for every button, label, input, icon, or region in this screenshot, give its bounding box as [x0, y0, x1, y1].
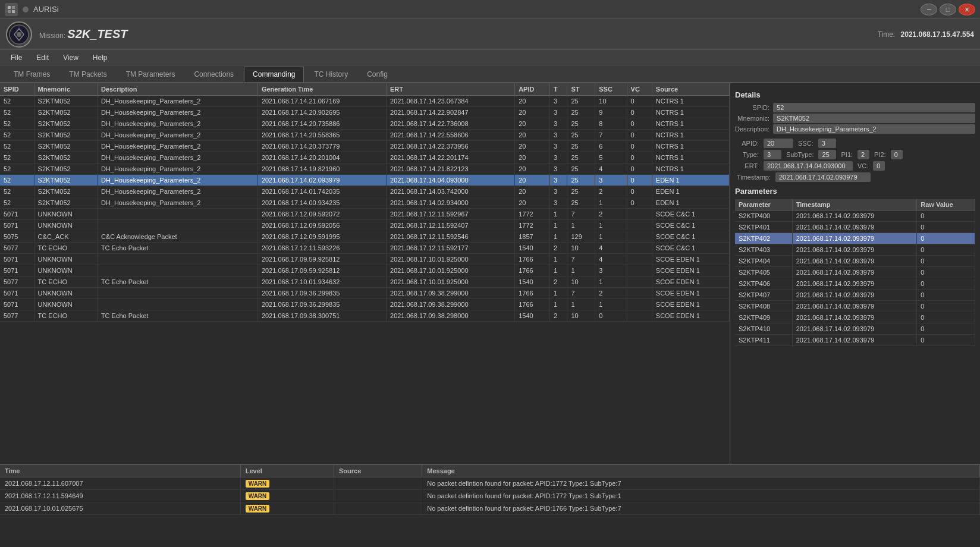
table-cell: 0 — [627, 197, 652, 209]
table-cell: 1 — [595, 231, 627, 243]
menu-file[interactable]: File — [5, 52, 28, 64]
table-cell: 25 — [567, 152, 595, 164]
list-item[interactable]: S2KTP4072021.068.17.14.02.0939790 — [735, 290, 975, 301]
menu-edit[interactable]: Edit — [30, 52, 55, 64]
list-item[interactable]: S2KTP4112021.068.17.14.02.0939790 — [735, 335, 975, 346]
list-item[interactable]: S2KTP4012021.068.17.14.02.0939790 — [735, 222, 975, 233]
table-row[interactable]: 52S2KTM052DH_Housekeeping_Parameters_220… — [0, 197, 730, 209]
table-row[interactable]: 5071UNKNOWN2021.068.17.09.59.9258122021.… — [0, 254, 730, 265]
table-row[interactable]: 5077TC ECHOTC Echo Packet2021.068.17.09.… — [0, 310, 730, 322]
close-button[interactable]: × — [959, 4, 975, 15]
list-item[interactable]: S2KTP4082021.068.17.14.02.0939790 — [735, 301, 975, 312]
table-cell: 25 — [567, 186, 595, 197]
table-cell: 4 — [595, 164, 627, 175]
list-item[interactable]: S2KTP4092021.068.17.14.02.0939790 — [735, 312, 975, 323]
col-spid: SPID — [0, 83, 34, 96]
table-cell: 2021.068.17.14.20.735886 — [257, 118, 386, 130]
table-cell: 5071 — [0, 254, 34, 265]
packet-table-scroll[interactable]: SPID Mnemonic Description Generation Tim… — [0, 83, 730, 322]
list-item[interactable]: S2KTP4042021.068.17.14.02.0939790 — [735, 256, 975, 267]
log-row: 2021.068.17.12.11.594649WARNNo packet de… — [0, 490, 980, 502]
table-cell: SCOE EDEN 1 — [652, 254, 729, 265]
tab-config[interactable]: Config — [358, 67, 397, 82]
table-cell: 0 — [627, 130, 652, 141]
details-ert-row: ERT: 2021.068.17.14.04.093000 VC: 0 — [735, 161, 975, 171]
table-cell — [627, 276, 652, 288]
table-row[interactable]: 52S2KTM052DH_Housekeeping_Parameters_220… — [0, 141, 730, 152]
table-cell: NCTRS 1 — [652, 141, 729, 152]
table-cell: 1 — [567, 265, 595, 276]
table-cell: 2021.068.17.14.22.558606 — [387, 130, 515, 141]
table-cell: S2KTM052 — [34, 118, 97, 130]
table-row[interactable]: 5071UNKNOWN2021.068.17.12.09.5920562021.… — [0, 220, 730, 231]
table-cell: EDEN 1 — [652, 197, 729, 209]
minimize-button[interactable]: − — [921, 4, 937, 15]
table-cell: 2021.068.17.10.01.925000 — [387, 265, 515, 276]
description-value: DH_Housekeeping_Parameters_2 — [773, 124, 975, 134]
list-item[interactable]: S2KTP4062021.068.17.14.02.0939790 — [735, 278, 975, 290]
svg-rect-3 — [12, 10, 15, 13]
table-cell: TC Echo Packet — [97, 310, 257, 322]
tab-tm-packets[interactable]: TM Packets — [60, 67, 115, 82]
table-cell: S2KTM052 — [34, 175, 97, 186]
table-cell: TC ECHO — [34, 310, 97, 322]
table-row[interactable]: 5077TC ECHOTC Echo Packet2021.068.17.12.… — [0, 243, 730, 254]
table-row[interactable]: 52S2KTM052DH_Housekeeping_Parameters_220… — [0, 107, 730, 118]
table-row[interactable]: 5075C&C_ACKC&C Acknowledge Packet2021.06… — [0, 231, 730, 243]
tab-connections[interactable]: Connections — [185, 67, 243, 82]
table-cell: 2021.068.17.12.11.593226 — [257, 243, 386, 254]
pi2-value: 0 — [891, 150, 903, 159]
menu-help[interactable]: Help — [87, 52, 114, 64]
table-cell: 2021.068.17.10.01.925000 — [387, 254, 515, 265]
param-cell: S2KTP411 — [735, 335, 792, 346]
table-cell: 4 — [595, 243, 627, 254]
list-item[interactable]: S2KTP4002021.068.17.14.02.0939790 — [735, 210, 975, 222]
params-table-container[interactable]: Parameter Timestamp Raw Value S2KTP40020… — [735, 199, 975, 346]
table-row[interactable]: 5071UNKNOWN2021.068.17.09.36.2998352021.… — [0, 288, 730, 299]
table-cell: 25 — [567, 107, 595, 118]
details-timestamp-row: Timestamp: 2021.068.17.14.02.093979 — [735, 172, 975, 182]
list-item[interactable]: S2KTP4022021.068.17.14.02.0939790 — [735, 233, 975, 244]
mission-name: S2K_TEST — [67, 27, 127, 40]
tab-tc-history[interactable]: TC History — [305, 67, 357, 82]
table-row[interactable]: 5077TC ECHOTC Echo Packet2021.068.17.10.… — [0, 276, 730, 288]
maximize-button[interactable]: □ — [940, 4, 956, 15]
log-level: WARN — [240, 490, 334, 502]
table-row[interactable]: 52S2KTM052DH_Housekeeping_Parameters_220… — [0, 96, 730, 107]
tab-tm-parameters[interactable]: TM Parameters — [117, 67, 184, 82]
table-cell: 1 — [595, 276, 627, 288]
table-cell: 3 — [595, 175, 627, 186]
table-cell: 1 — [549, 265, 567, 276]
list-item[interactable]: S2KTP4052021.068.17.14.02.0939790 — [735, 267, 975, 278]
table-row[interactable]: 52S2KTM052DH_Housekeeping_Parameters_220… — [0, 130, 730, 141]
table-cell: 5071 — [0, 299, 34, 310]
app-icon — [5, 3, 18, 16]
param-cell: 0 — [917, 278, 975, 290]
titlebar-left: AURISi — [5, 3, 59, 16]
svg-rect-0 — [8, 6, 11, 9]
table-cell: 1766 — [515, 299, 550, 310]
table-row[interactable]: 52S2KTM052DH_Housekeeping_Parameters_220… — [0, 152, 730, 164]
list-item[interactable]: S2KTP4032021.068.17.14.02.0939790 — [735, 244, 975, 256]
table-row[interactable]: 5071UNKNOWN2021.068.17.09.59.9258122021.… — [0, 265, 730, 276]
table-cell: 1 — [567, 220, 595, 231]
table-cell: NCTRS 1 — [652, 152, 729, 164]
table-cell: 2021.068.17.12.11.592177 — [387, 243, 515, 254]
tab-commanding[interactable]: Commanding — [244, 67, 304, 82]
table-cell: 25 — [567, 164, 595, 175]
list-item[interactable]: S2KTP4102021.068.17.14.02.0939790 — [735, 323, 975, 335]
table-row[interactable]: 52S2KTM052DH_Housekeeping_Parameters_220… — [0, 175, 730, 186]
table-cell — [97, 209, 257, 220]
table-row[interactable]: 5071UNKNOWN2021.068.17.09.36.2998352021.… — [0, 299, 730, 310]
menu-bar: File Edit View Help — [0, 50, 980, 65]
tab-tm-frames[interactable]: TM Frames — [5, 67, 59, 82]
warn-badge: WARN — [246, 492, 270, 500]
table-row[interactable]: 52S2KTM052DH_Housekeeping_Parameters_220… — [0, 186, 730, 197]
table-row[interactable]: 5071UNKNOWN2021.068.17.12.09.5920722021.… — [0, 209, 730, 220]
table-row[interactable]: 52S2KTM052DH_Housekeeping_Parameters_220… — [0, 118, 730, 130]
table-row[interactable]: 52S2KTM052DH_Housekeeping_Parameters_220… — [0, 164, 730, 175]
time-display: Time: 2021.068.17.15.47.554 — [878, 30, 974, 39]
table-cell: 0 — [627, 152, 652, 164]
menu-view[interactable]: View — [57, 52, 84, 64]
table-cell: 2021.068.17.14.20.558365 — [257, 130, 386, 141]
